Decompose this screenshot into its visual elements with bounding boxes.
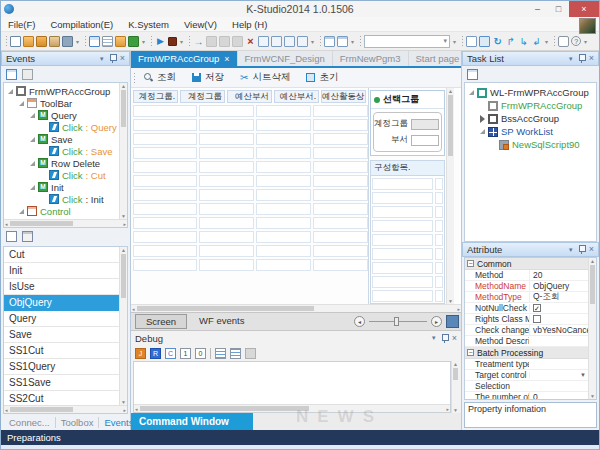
pause-disabled-icon[interactable] [206,36,217,47]
attribute-value[interactable]: Q-조회 [529,291,588,303]
events-tree-item[interactable]: ToolBar [4,97,119,109]
list-item[interactable]: IsUse [4,279,119,295]
debug-output-area[interactable]: ◂▸ [133,361,451,413]
menu-item[interactable]: File(F) [8,19,35,30]
tree-expander-icon[interactable] [30,113,35,118]
grid-cell[interactable] [133,133,197,145]
list-item[interactable]: SS1Save [4,375,119,391]
grid-cell[interactable] [313,259,368,271]
list-item[interactable]: Query [4,311,119,327]
grid-cell[interactable] [133,217,197,229]
command-window-tab[interactable]: Command Window [131,413,253,430]
view-tab-wfevents[interactable]: WF events [189,314,254,329]
grid-cell[interactable] [256,231,311,243]
grid-cell[interactable] [199,203,254,215]
form-list-icon[interactable] [102,36,113,47]
menu-item[interactable]: View(V) [184,19,217,30]
window-cascade-icon[interactable] [284,36,295,47]
grid-cell[interactable] [313,203,368,215]
breakpoints-icon[interactable] [245,36,256,47]
menu-item[interactable]: Compilation(E) [50,19,113,30]
step-one-icon[interactable] [180,348,191,359]
toolbar-overflow-icon[interactable]: ▾ [544,38,549,45]
tree-expander-icon[interactable] [30,161,35,166]
grid-cell[interactable] [199,175,254,187]
compose-cell[interactable] [372,206,433,218]
chevron-down-icon[interactable]: ▼ [568,247,574,253]
monitor-icon[interactable] [479,36,490,47]
compose-cell[interactable] [372,290,433,302]
toolbar-combobox[interactable]: ▾ [364,35,450,48]
checkbox-icon[interactable]: ✓ [533,304,541,312]
grid-cell[interactable] [256,161,311,173]
chevron-down-icon[interactable]: ▼ [580,372,586,378]
attribute-value[interactable]: ObjQuery [529,281,588,291]
compose-cell[interactable] [372,178,433,190]
grid-column-header[interactable]: 계정그룹. [133,90,178,103]
attribute-value[interactable] [529,315,588,323]
grid-cell[interactable] [199,161,254,173]
events-tree-horizontal-scrollbar[interactable]: ◂▸ [4,219,127,227]
attribute-value[interactable]: 20 [529,270,588,280]
list-item[interactable]: SS2Cut [4,391,119,405]
collapse-icon[interactable]: − [467,260,474,267]
grid-cell[interactable] [133,203,197,215]
toolbar-grip-icon[interactable] [188,35,191,47]
grid-cell[interactable] [256,175,311,187]
task-list-item[interactable]: NewSqlScript90 [465,138,596,151]
help-icon[interactable] [571,36,581,46]
attribute-value[interactable]: ✓ [529,304,588,312]
grid-cell[interactable] [199,231,254,243]
zoom-out-icon[interactable]: ◂ [354,316,365,327]
grid-cell[interactable] [256,245,311,257]
debug-run-icon[interactable] [150,348,161,359]
events-tree-vertical-scrollbar[interactable]: ▲▼ [119,83,127,219]
grid-cell[interactable] [256,119,311,131]
grid-cell[interactable] [256,217,311,229]
work-area-vertical-scrollbar[interactable]: ▲▼ [446,88,454,304]
task-list-item[interactable]: SP WorkList [465,125,596,138]
align-top-icon[interactable] [215,348,226,359]
toolbar-grip-icon[interactable] [359,35,362,47]
tree-expander-icon[interactable] [469,90,474,95]
grid-cell[interactable] [199,217,254,229]
grid-cell[interactable] [256,259,311,271]
step-return-disabled-icon[interactable] [232,36,243,47]
toolbar-grip-icon[interactable] [553,35,556,47]
events-tree-item[interactable]: Click : Save [4,145,119,157]
align-bottom-icon[interactable] [230,348,241,359]
grid-cell[interactable] [256,133,311,145]
chevron-down-icon[interactable]: ▼ [99,56,105,62]
refresh-icon[interactable] [492,36,503,47]
grid-cell[interactable] [256,203,311,215]
attribute-row[interactable]: Treatment type [465,359,588,370]
document-tab[interactable]: FrmNewPgm3 [333,51,409,66]
compose-cell-narrow[interactable] [435,220,443,232]
step-into-disabled-icon[interactable] [219,36,230,47]
attribute-row[interactable]: Target control▼ [465,370,588,381]
grid-cell[interactable] [313,161,368,173]
compose-cell[interactable] [372,248,433,260]
form-grid-icon[interactable] [89,36,100,47]
grid-cell[interactable] [199,259,254,271]
tree-expander-icon[interactable] [30,185,35,190]
compose-cell-narrow[interactable] [435,234,443,246]
lens-button[interactable]: 조회 [136,71,184,84]
toolbar-overflow-icon[interactable]: ▾ [583,38,588,45]
compose-cell[interactable] [372,234,433,246]
list-item[interactable]: ObjQuery [4,295,119,311]
events-tree-item[interactable]: Click : Init [4,193,119,205]
toolbar-grip-icon[interactable] [461,35,464,47]
user-avatar[interactable] [579,18,596,34]
attribute-row[interactable]: Check changesvbYesNoCancel [465,325,588,336]
document-tab[interactable]: FrmWPRAccGroup× [131,51,238,66]
events-tree-item[interactable]: Query [4,109,119,121]
run-icon[interactable] [155,36,166,47]
dock-tab-connec[interactable]: Connec... [4,417,56,428]
document-tab[interactable]: Start page [409,51,468,66]
grid-column-header[interactable]: 예산활동상 [321,90,366,103]
task-list-item[interactable]: FrmWPRAccGroup [465,99,596,112]
window-form-icon[interactable] [258,36,269,47]
save-file-icon[interactable] [62,36,73,47]
events-tree-item[interactable]: Init [4,181,119,193]
